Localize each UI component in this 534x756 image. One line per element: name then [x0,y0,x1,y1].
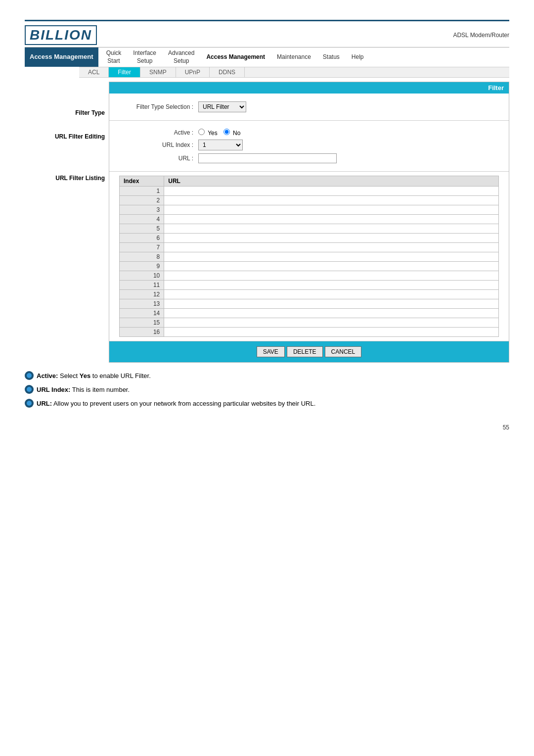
left-labels: Filter Type URL Filter Editing URL Filte… [25,82,109,363]
cancel-button[interactable]: CANCEL [325,346,362,357]
active-desc-icon [25,371,34,380]
active-yes-label[interactable]: Yes [198,129,218,137]
active-label: Active : [119,129,198,136]
table-cell-index: 13 [120,299,164,309]
sub-nav-upnp[interactable]: UPnP [176,67,210,77]
page-wrapper: BILLION ADSL Modem/Router Access Managem… [25,20,509,431]
table-cell-url [164,252,499,262]
table-cell-index: 6 [120,234,164,243]
table-row[interactable]: 7 [120,243,499,252]
buttons-bar: SAVE DELETE CANCEL [109,341,509,362]
sub-nav-filter[interactable]: Filter [109,67,140,77]
table-cell-index: 11 [120,281,164,290]
active-no-radio[interactable] [223,129,230,135]
table-row[interactable]: 10 [120,271,499,281]
filter-header-bar: Filter [109,82,509,94]
col-header-index: Index [120,176,164,187]
table-row[interactable]: 14 [120,309,499,318]
table-cell-index: 3 [120,205,164,215]
table-cell-url [164,271,499,281]
active-no-label[interactable]: No [223,129,241,137]
table-cell-index: 14 [120,309,164,318]
table-row[interactable]: 3 [120,205,499,215]
table-row[interactable]: 11 [120,281,499,290]
table-cell-url [164,281,499,290]
url-description: URL: Allow you to prevent users on your … [25,398,509,409]
filter-type-section: Filter Type Selection : URL Filter MAC F… [109,94,509,121]
sub-nav-row: ACL Filter SNMP UPnP DDNS [79,67,509,78]
nav-item-advanced-setup[interactable]: AdvancedSetup [162,47,200,67]
url-input[interactable] [198,153,337,163]
save-button[interactable]: SAVE [257,346,285,357]
url-index-select[interactable]: 1 2 3 4 5 6 7 8 9 10 11 12 13 14 [198,140,243,150]
nav-item-help[interactable]: Help [346,51,370,63]
nav-item-maintenance[interactable]: Maintenance [271,51,317,63]
table-cell-index: 10 [120,271,164,281]
table-cell-url [164,299,499,309]
active-no-text: No [233,130,240,137]
col-header-url: URL [164,176,499,187]
nav-item-interface-setup[interactable]: InterfaceSetup [127,47,162,67]
description-section: Active: Select Yes to enable URL Filter.… [25,371,509,409]
url-index-desc-bold: URL Index: [37,386,70,393]
nav-item-quick-start[interactable]: QuickStart [100,47,128,67]
url-listing-table: Index URL 12345678910111213141516 [119,176,499,337]
url-index-description: URL Index: This is item number. [25,384,509,395]
table-cell-index: 5 [120,224,164,234]
table-cell-url [164,328,499,337]
table-row[interactable]: 16 [120,328,499,337]
active-yes-text: Yes [208,130,218,137]
table-header-row: Index URL [120,176,499,187]
table-cell-url [164,309,499,318]
table-row[interactable]: 13 [120,299,499,309]
table-cell-index: 4 [120,215,164,224]
sub-nav-acl[interactable]: ACL [79,67,109,77]
nav-sidebar: Access Management [25,47,98,67]
table-cell-url [164,234,499,243]
table-cell-index: 12 [120,290,164,299]
active-yes-radio[interactable] [198,129,205,135]
filter-type-selection-label: Filter Type Selection : [119,103,198,110]
sub-nav-snmp[interactable]: SNMP [140,67,176,77]
url-index-desc-body: This is item number. [72,386,130,393]
table-row[interactable]: 15 [120,318,499,328]
url-label: URL : [119,155,198,162]
table-cell-index: 7 [120,243,164,252]
logo: BILLION [25,25,97,45]
table-row[interactable]: 1 [120,187,499,196]
table-cell-url [164,205,499,215]
table-cell-index: 1 [120,187,164,196]
nav-item-status[interactable]: Status [317,51,346,63]
table-row[interactable]: 12 [120,290,499,299]
table-row[interactable]: 8 [120,252,499,262]
url-desc-text: URL: Allow you to prevent users on your … [37,398,509,409]
url-index-desc-icon [25,385,34,394]
top-line [25,20,509,21]
active-description: Active: Select Yes to enable URL Filter. [25,371,509,381]
table-row[interactable]: 5 [120,224,499,234]
table-row[interactable]: 9 [120,262,499,271]
active-desc-body: Select Yes to enable URL Filter. [60,372,151,379]
url-desc-bold: URL: [37,400,52,407]
table-cell-url [164,290,499,299]
url-index-desc-text: URL Index: This is item number. [37,384,509,395]
filter-type-select[interactable]: URL Filter MAC Filter IP/Port Filter [198,101,246,112]
nav-row: Access Management QuickStart InterfaceSe… [25,47,509,67]
filter-type-row: Filter Type Selection : URL Filter MAC F… [119,101,499,112]
table-cell-index: 16 [120,328,164,337]
adsl-label: ADSL Modem/Router [453,32,509,39]
right-content: Filter Filter Type Selection : URL Filte… [109,82,509,363]
active-desc-text: Active: Select Yes to enable URL Filter. [37,371,509,381]
delete-button[interactable]: DELETE [287,346,323,357]
table-row[interactable]: 2 [120,196,499,205]
table-row[interactable]: 6 [120,234,499,243]
sub-nav-ddns[interactable]: DDNS [210,67,245,77]
table-cell-url [164,196,499,205]
active-row: Active : Yes No [119,129,499,137]
url-row: URL : [119,153,499,163]
page-number: 55 [25,424,509,431]
url-index-label: URL Index : [119,142,198,148]
url-index-row: URL Index : 1 2 3 4 5 6 7 8 9 10 11 12 [119,140,499,150]
nav-item-access-management[interactable]: Access Management [200,51,271,63]
table-row[interactable]: 4 [120,215,499,224]
